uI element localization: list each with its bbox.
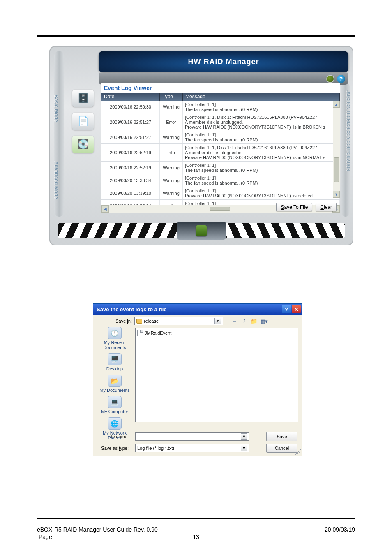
cell-type: Warning [160, 131, 183, 143]
sidebar-icon-basic-setup[interactable]: 💽 [72, 136, 94, 153]
table-row[interactable]: 2009/03/16 22:50:30Warning[Controller 1:… [101, 101, 340, 113]
cell-type: Warning [160, 187, 183, 199]
places-bar: 🕘My Recent Documents 🖥️Desktop 📂My Docum… [97, 327, 133, 440]
cell-date: 2009/03/16 22:52:19 [101, 144, 160, 161]
cell-message: [Controller 1: 1] The fan speed is abnor… [183, 101, 340, 113]
table-row[interactable]: 2009/03/16 22:51:27Error[Controller 1: 1… [101, 113, 340, 131]
filename-label: File name: [97, 434, 129, 439]
volume-icon[interactable] [326, 75, 334, 83]
scroll-down-arrow[interactable]: ▼ [333, 191, 340, 198]
cell-date: 2009/03/16 22:52:19 [101, 162, 160, 174]
save-button[interactable]: Save [266, 432, 297, 441]
cell-type: Warning [160, 101, 183, 113]
footer-left: eBOX-R5 RAID Manager User Guide Rev. 0.9… [37, 526, 158, 533]
chevron-right-decor [220, 223, 345, 238]
place-desktop[interactable]: 🖥️Desktop [106, 353, 123, 371]
up-one-level-icon[interactable]: ⤴ [240, 317, 248, 325]
folder-icon [136, 319, 142, 324]
dialog-close-icon[interactable]: ✕ [292, 305, 301, 313]
hw-raid-manager-window: ✕ HW RAID Manager ? Basic Mode Advanced … [49, 46, 353, 245]
cell-type: Info [160, 144, 183, 161]
app-title-bar: HW RAID Manager [99, 51, 348, 72]
advanced-mode-label[interactable]: Advanced Mode [53, 161, 59, 199]
resize-grip-icon[interactable] [295, 449, 301, 455]
footer-page-number: 13 [0, 534, 392, 540]
file-item-label: JMRaidEvent [145, 331, 171, 335]
chevron-left-decor [58, 223, 182, 238]
new-folder-icon[interactable]: 📁 [250, 317, 258, 325]
table-row[interactable]: 2009/03/16 22:52:19Info[Controller 1: 1,… [101, 144, 340, 162]
place-recent-documents[interactable]: 🕘My Recent Documents [97, 327, 133, 350]
text-file-icon [137, 330, 143, 336]
center-pad [177, 222, 226, 240]
cell-message: [Controller 1: 1] The fan speed is abnor… [183, 131, 340, 143]
table-row[interactable]: 2009/03/20 13:39:10Warning[Controller 1:… [101, 187, 340, 200]
cell-message: [Controller 1: 1, Disk 1: Hitachi HDS721… [183, 113, 340, 131]
cell-type: Warning [160, 174, 183, 187]
back-icon[interactable]: ← [231, 317, 238, 325]
grid-body: 2009/03/16 22:50:30Warning[Controller 1:… [101, 101, 340, 205]
app-title: HW RAID Manager [188, 58, 259, 66]
file-list-pane[interactable]: JMRaidEvent [135, 328, 298, 422]
chevron-down-icon[interactable]: ▼ [241, 445, 247, 451]
cell-message: [Controller 1: 1] Proware H/W RAID0 (NOX… [183, 187, 340, 199]
cell-message: [Controller 1: 1, Disk 1: Hitachi HDS721… [183, 144, 340, 161]
page-footer: eBOX-R5 RAID Manager User Guide Rev. 0.9… [37, 526, 355, 533]
help-icon[interactable]: ? [337, 75, 345, 83]
col-header-type[interactable]: Type [160, 92, 183, 101]
col-header-message[interactable]: Message [183, 92, 340, 101]
footer-rule [37, 518, 355, 519]
cell-date: 2009/03/16 22:50:30 [101, 101, 160, 113]
cell-type: Error [160, 113, 183, 131]
cell-date: 2009/03/16 22:51:27 [101, 131, 160, 143]
views-icon[interactable]: ▦▾ [260, 317, 267, 325]
cell-message: [Controller 1: 1] The fan speed is abnor… [183, 174, 340, 187]
cell-date: 2009/03/16 22:51:27 [101, 113, 160, 131]
place-my-documents[interactable]: 📂My Documents [99, 375, 129, 393]
brand-vertical-label: JMICRON TECHNOLOGY CORPORATION [346, 90, 350, 171]
cell-message: [Controller 1: 1] The fan speed is abnor… [183, 162, 340, 174]
chevron-down-icon[interactable]: ▼ [241, 433, 247, 440]
dialog-title-bar: Save the event logs to a file ? ✕ [93, 304, 302, 314]
bottom-decorative-strip [58, 222, 345, 240]
cell-type: Warning [160, 162, 183, 174]
table-row[interactable]: 2009/03/16 22:51:27Warning[Controller 1:… [101, 131, 340, 144]
dialog-toolbar-icons: ← ⤴ 📁 ▦▾ [231, 317, 267, 325]
event-log-panel: Event Log Viewer Date Type Message 2009/… [101, 83, 340, 213]
dialog-title: Save the event logs to a file [97, 306, 167, 312]
save-as-type-value: Log file (*.log *.txt) [137, 446, 174, 451]
vscroll-track[interactable] [333, 108, 340, 191]
grid-header: Date Type Message [101, 92, 340, 101]
scroll-up-arrow[interactable]: ▲ [333, 101, 340, 108]
cancel-button[interactable]: Cancel [266, 444, 297, 453]
place-my-computer[interactable]: 💻My Computer [101, 396, 128, 414]
clear-button[interactable]: Clear [316, 203, 337, 211]
save-as-type-label: Save as type: [97, 446, 129, 451]
sidebar-icon-event-log[interactable]: 📄 [72, 113, 94, 130]
center-chip-icon [196, 225, 207, 236]
basic-mode-label[interactable]: Basic Mode [53, 95, 59, 122]
table-row[interactable]: 2009/03/16 22:52:19Warning[Controller 1:… [101, 162, 340, 174]
file-item[interactable]: JMRaidEvent [137, 330, 296, 336]
vscroll-thumb[interactable] [334, 157, 339, 182]
dialog-help-icon[interactable]: ? [282, 305, 291, 313]
page-top-rule [37, 35, 355, 37]
chevron-down-icon[interactable]: ▼ [214, 318, 221, 324]
save-dialog: Save the event logs to a file ? ✕ Save i… [93, 303, 302, 456]
filename-input[interactable]: ▼ [135, 432, 249, 441]
col-header-date[interactable]: Date [101, 92, 160, 101]
save-in-combo[interactable]: release ▼ [134, 317, 223, 325]
vertical-scrollbar[interactable]: ▲ ▼ [333, 101, 340, 198]
cell-date: 2009/03/20 13:33:34 [101, 174, 160, 187]
cell-date: 2009/03/20 13:39:10 [101, 187, 160, 199]
save-in-value: release [144, 319, 159, 324]
sidebar-icons: 🗄️ 📄 💽 [72, 90, 97, 159]
save-to-file-button[interactable]: Save To File [276, 203, 312, 211]
save-as-type-combo[interactable]: Log file (*.log *.txt) ▼ [135, 444, 249, 452]
panel-footer: Save To File Clear [101, 201, 340, 213]
sidebar-icon-disk-info[interactable]: 🗄️ [72, 90, 94, 107]
panel-title: Event Log Viewer [101, 83, 340, 92]
table-row[interactable]: 2009/03/20 13:33:34Warning[Controller 1:… [101, 174, 340, 187]
footer-right: 20 09/03/19 [325, 526, 355, 533]
save-in-label: Save in: [97, 319, 132, 324]
